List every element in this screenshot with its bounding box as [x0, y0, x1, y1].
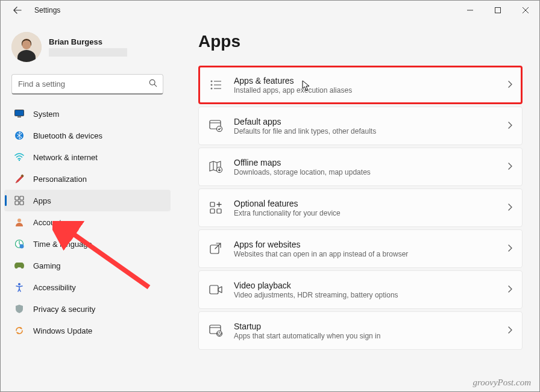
sidebar-item-personalization[interactable]: Personalization: [1, 168, 174, 190]
maximize-icon: [495, 7, 501, 13]
list-icon: [209, 78, 223, 92]
chevron-right-icon: [507, 284, 512, 295]
sidebar-item-accounts[interactable]: Accounts: [1, 211, 174, 233]
sidebar-item-label: Accessibility: [33, 283, 76, 292]
svg-point-19: [18, 283, 20, 285]
sidebar-item-system[interactable]: System: [1, 103, 174, 125]
card-desc: Defaults for file and link types, other …: [234, 127, 507, 135]
svg-rect-32: [217, 209, 221, 213]
search-icon: [149, 79, 157, 90]
maximize-button[interactable]: [484, 1, 512, 20]
window-title: Settings: [34, 6, 60, 14]
grid-plus-icon: [209, 201, 223, 215]
minimize-button[interactable]: [456, 1, 484, 20]
back-button[interactable]: [9, 2, 26, 19]
profile-name: Brian Burgess: [49, 37, 127, 46]
svg-rect-30: [210, 202, 215, 207]
sidebar-item-label: Windows Update: [33, 326, 92, 335]
search-container: [11, 74, 163, 95]
card-default-apps[interactable]: Default apps Defaults for file and link …: [198, 107, 523, 145]
sidebar-item-label: Bluetooth & devices: [33, 131, 102, 140]
chevron-right-icon: [507, 120, 512, 131]
svg-line-5: [154, 84, 157, 87]
card-title: Optional features: [234, 199, 507, 208]
wifi-icon: [14, 152, 25, 163]
svg-rect-1: [495, 8, 501, 13]
sidebar: Brian Burgess System Bluetooth & devices…: [1, 20, 174, 391]
sidebar-item-time-language[interactable]: Time & language: [1, 233, 174, 255]
card-title: Video playback: [234, 281, 507, 290]
chevron-right-icon: [507, 161, 512, 172]
startup-icon: [209, 323, 223, 338]
map-download-icon: [209, 160, 223, 174]
card-startup[interactable]: Startup Apps that start automatically wh…: [198, 311, 523, 350]
sidebar-item-gaming[interactable]: Gaming: [1, 255, 174, 276]
chevron-right-icon: [507, 243, 512, 254]
svg-rect-15: [20, 201, 24, 205]
person-icon: [14, 217, 25, 228]
gamepad-icon: [14, 260, 25, 271]
nav-list: System Bluetooth & devices Network & int…: [1, 103, 174, 341]
accessibility-icon: [14, 282, 25, 293]
sidebar-item-accessibility[interactable]: Accessibility: [1, 276, 174, 298]
default-apps-icon: [209, 119, 223, 133]
profile[interactable]: Brian Burgess: [1, 28, 174, 70]
sidebar-item-network[interactable]: Network & internet: [1, 146, 174, 168]
svg-point-21: [211, 84, 212, 86]
sidebar-item-apps[interactable]: Apps: [4, 190, 171, 211]
svg-rect-34: [210, 285, 218, 294]
update-icon: [14, 325, 25, 336]
sidebar-item-label: Gaming: [33, 261, 61, 270]
close-button[interactable]: [512, 1, 539, 20]
paintbrush-icon: [14, 173, 25, 184]
sidebar-item-bluetooth[interactable]: Bluetooth & devices: [1, 125, 174, 146]
sidebar-item-privacy[interactable]: Privacy & security: [1, 298, 174, 320]
card-title: Startup: [234, 322, 507, 331]
card-apps-websites[interactable]: Apps for websites Websites that can open…: [198, 229, 523, 268]
svg-rect-6: [15, 110, 24, 116]
settings-card-list: Apps & features Installed apps, app exec…: [198, 66, 523, 350]
card-title: Apps & features: [234, 76, 507, 86]
sidebar-item-label: System: [33, 110, 59, 119]
card-desc: Video adjustments, HDR streaming, batter…: [234, 291, 507, 299]
card-desc: Apps that start automatically when you s…: [234, 332, 507, 340]
video-icon: [209, 282, 223, 297]
sidebar-item-label: Apps: [33, 196, 51, 205]
svg-point-16: [17, 219, 21, 222]
chevron-right-icon: [507, 79, 512, 90]
svg-rect-14: [15, 201, 19, 205]
clock-globe-icon: [14, 238, 25, 249]
svg-point-4: [149, 79, 155, 85]
close-icon: [523, 7, 529, 13]
sidebar-item-label: Accounts: [33, 218, 65, 227]
search-input[interactable]: [11, 74, 163, 95]
minimize-icon: [467, 7, 473, 13]
apps-icon: [14, 195, 25, 206]
sidebar-item-label: Personalization: [33, 175, 87, 184]
chevron-right-icon: [507, 325, 512, 336]
page-title: Apps: [198, 32, 523, 51]
svg-point-18: [20, 244, 24, 249]
main-content: Apps Apps & features Installed apps, app…: [174, 20, 539, 391]
profile-email-redacted: [49, 48, 127, 57]
card-video-playback[interactable]: Video playback Video adjustments, HDR st…: [198, 270, 523, 309]
avatar: [11, 32, 42, 62]
shield-icon: [14, 303, 25, 314]
card-desc: Installed apps, app execution aliases: [234, 86, 507, 95]
card-title: Default apps: [234, 117, 507, 126]
sidebar-item-label: Privacy & security: [33, 305, 95, 314]
card-title: Offline maps: [234, 158, 507, 167]
sidebar-item-windows-update[interactable]: Windows Update: [1, 320, 174, 341]
card-desc: Extra functionality for your device: [234, 209, 507, 217]
svg-point-20: [211, 81, 212, 82]
title-bar: Settings: [1, 1, 539, 20]
card-apps-features[interactable]: Apps & features Installed apps, app exec…: [198, 66, 523, 104]
open-external-icon: [209, 241, 223, 256]
card-desc: Websites that can open in an app instead…: [234, 250, 507, 258]
svg-rect-8: [17, 117, 21, 118]
sidebar-item-label: Network & internet: [33, 153, 98, 162]
bluetooth-icon: [14, 130, 25, 141]
card-optional-features[interactable]: Optional features Extra functionality fo…: [198, 188, 523, 227]
card-desc: Downloads, storage location, map updates: [234, 168, 507, 176]
card-offline-maps[interactable]: Offline maps Downloads, storage location…: [198, 148, 523, 186]
